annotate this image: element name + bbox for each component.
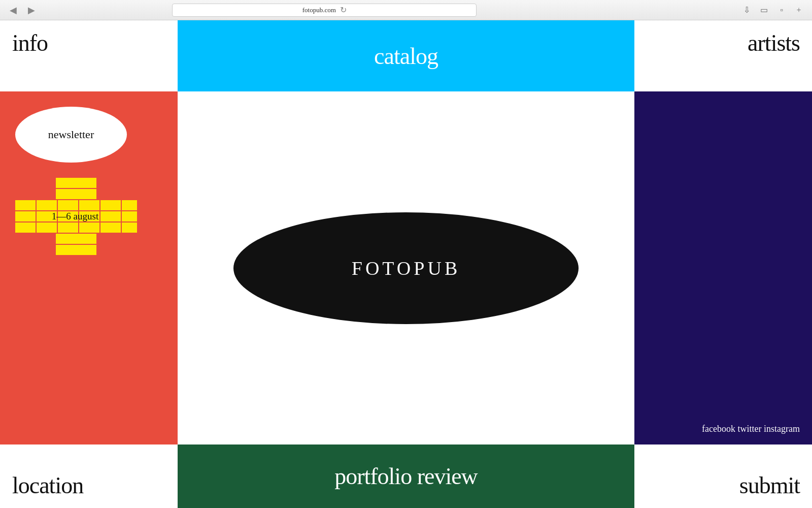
nav-info-section[interactable]: info bbox=[0, 20, 178, 91]
svg-rect-17 bbox=[37, 223, 57, 233]
catalog-nav-label[interactable]: catalog bbox=[374, 43, 438, 70]
fotopub-ellipse: FOTOPUB bbox=[233, 212, 579, 324]
brand-label: FOTOPUB bbox=[352, 257, 460, 279]
portfolio-nav-label[interactable]: portfolio review bbox=[334, 463, 478, 490]
reload-button[interactable]: ↻ bbox=[340, 5, 347, 15]
back-button[interactable]: ◀ bbox=[6, 3, 20, 17]
website: info catalog artists newsletter bbox=[0, 20, 812, 508]
svg-rect-0 bbox=[56, 178, 76, 188]
forward-button[interactable]: ▶ bbox=[24, 3, 39, 17]
svg-rect-2 bbox=[56, 189, 76, 199]
submit-nav-label[interactable]: submit bbox=[739, 472, 800, 499]
svg-text:1—6 august: 1—6 august bbox=[52, 211, 99, 221]
url-text: fotopub.com bbox=[302, 6, 336, 14]
svg-rect-1 bbox=[76, 178, 96, 188]
left-panel: newsletter bbox=[0, 91, 178, 444]
svg-rect-6 bbox=[58, 200, 78, 210]
svg-rect-4 bbox=[15, 200, 36, 210]
svg-rect-22 bbox=[56, 234, 76, 244]
nav-portfolio-section[interactable]: portfolio review bbox=[178, 444, 634, 508]
nav-submit-section[interactable]: submit bbox=[634, 444, 812, 508]
svg-rect-5 bbox=[37, 200, 57, 210]
svg-rect-20 bbox=[100, 223, 121, 233]
nav-catalog-section[interactable]: catalog bbox=[178, 20, 634, 91]
svg-rect-19 bbox=[79, 223, 99, 233]
svg-rect-15 bbox=[122, 211, 137, 221]
location-nav-label[interactable]: location bbox=[12, 472, 83, 499]
pixel-cross-svg: 1—6 august bbox=[15, 178, 137, 259]
tabs-icon[interactable]: ▫ bbox=[774, 3, 789, 17]
svg-rect-10 bbox=[15, 211, 36, 221]
browser-chrome: ◀ ▶ fotopub.com ↻ ⇩ ▭ ▫ + bbox=[0, 0, 812, 20]
svg-rect-23 bbox=[76, 234, 96, 244]
svg-rect-24 bbox=[56, 245, 76, 255]
nav-artists-section[interactable]: artists bbox=[634, 20, 812, 91]
add-tab-icon[interactable]: + bbox=[792, 3, 806, 17]
share-icon[interactable]: ▭ bbox=[757, 3, 771, 17]
svg-rect-14 bbox=[100, 211, 121, 221]
svg-rect-8 bbox=[100, 200, 121, 210]
svg-rect-16 bbox=[15, 223, 36, 233]
nav-location-section[interactable]: location bbox=[0, 444, 178, 508]
info-nav-label[interactable]: info bbox=[12, 29, 48, 56]
artists-nav-label[interactable]: artists bbox=[748, 29, 800, 56]
social-links[interactable]: facebook twitter instagram bbox=[702, 424, 800, 434]
toolbar-right: ⇩ ▭ ▫ + bbox=[740, 3, 806, 17]
svg-rect-18 bbox=[58, 223, 78, 233]
address-bar[interactable]: fotopub.com ↻ bbox=[172, 4, 477, 17]
svg-rect-9 bbox=[122, 200, 137, 210]
main-center-panel: FOTOPUB bbox=[178, 91, 634, 444]
date-pixel-shape: 1—6 august bbox=[15, 178, 162, 261]
newsletter-label: newsletter bbox=[48, 128, 94, 141]
svg-rect-3 bbox=[76, 189, 96, 199]
svg-rect-21 bbox=[122, 223, 137, 233]
svg-rect-7 bbox=[79, 200, 99, 210]
svg-rect-25 bbox=[76, 245, 96, 255]
right-panel: facebook twitter instagram bbox=[634, 91, 812, 444]
download-icon[interactable]: ⇩ bbox=[740, 3, 754, 17]
newsletter-button[interactable]: newsletter bbox=[15, 107, 127, 163]
